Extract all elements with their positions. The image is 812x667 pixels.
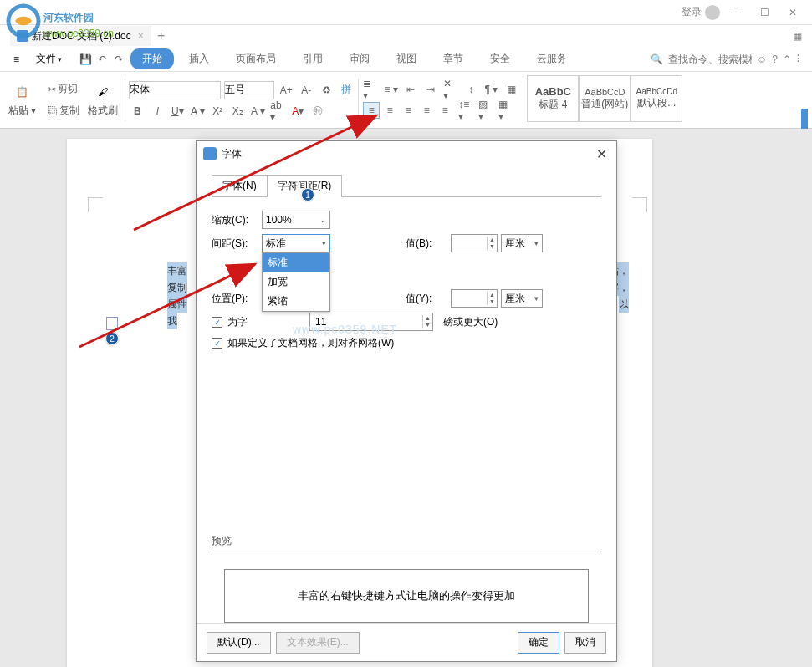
highlight-icon[interactable]: ab ▾ [269, 103, 286, 120]
default-button[interactable]: 默认(D)... [207, 632, 271, 654]
tab-close-icon[interactable]: × [138, 30, 144, 42]
font-dialog: 字体 ✕ 字体(N) 字符间距(R) 缩放(C): 100% ⌄ 间距(S): … [196, 140, 617, 662]
kerning-suffix: 磅或更大(O) [443, 315, 498, 329]
text-line: 复制 [167, 279, 187, 296]
style-default-para[interactable]: AaBbCcDd 默认段... [631, 75, 682, 122]
position-value-input[interactable]: ▲▼ [451, 289, 498, 308]
document-tab[interactable]: 新建DOC 文档 (2).doc × [10, 26, 151, 46]
file-menu[interactable]: 文件 ▾ [29, 50, 69, 68]
hamburger-icon[interactable]: ≡ [7, 52, 26, 67]
subscript-icon[interactable]: X₂ [229, 103, 246, 120]
decrease-indent-icon[interactable]: ⇤ [402, 81, 419, 98]
login-area[interactable]: 登录 — ☐ ✕ [682, 1, 805, 24]
tab-insert[interactable]: 插入 [177, 48, 221, 69]
align-justify-icon[interactable]: ≡ [418, 102, 435, 119]
collapse-ribbon-icon[interactable]: ⌃ [783, 53, 791, 65]
line-spacing-icon[interactable]: ↕≡ ▾ [457, 102, 474, 119]
paste-icon[interactable]: 📋 [13, 82, 33, 102]
underline-icon[interactable]: U ▾ [169, 103, 186, 120]
ok-button[interactable]: 确定 [518, 632, 559, 654]
kerning-checkbox[interactable]: ✓ [212, 317, 222, 328]
minimize-icon[interactable]: — [723, 1, 748, 24]
bold-icon[interactable]: B [129, 103, 146, 120]
shrink-font-icon[interactable]: A- [298, 82, 314, 99]
clear-format-icon[interactable]: ♻ [318, 82, 335, 99]
dialog-close-button[interactable]: ✕ [593, 145, 610, 162]
tab-chapter[interactable]: 章节 [432, 48, 475, 69]
italic-icon[interactable]: I [149, 103, 166, 120]
ribbon: 📋 粘贴 ▾ ✂ 剪切 ⿻ 复制 🖌 格式刷 A+ A- ♻ 拼 B I U ▾… [0, 72, 812, 129]
grow-font-icon[interactable]: A+ [278, 82, 294, 99]
style-normal-web[interactable]: AaBbCcD 普通(网站) [579, 75, 631, 122]
copy-button[interactable]: ⿻ 复制 [44, 102, 83, 120]
scissors-icon: ✂ [48, 84, 56, 95]
grid-align-label: 如果定义了文档网格，则对齐网格(W) [227, 336, 394, 350]
tab-add-button[interactable]: + [151, 28, 171, 43]
text-effect-button: 文本效果(E)... [276, 632, 360, 654]
tab-references[interactable]: 引用 [291, 48, 335, 69]
position-unit-combo[interactable]: 厘米▾ [501, 289, 543, 308]
position-label: 位置(P): [212, 292, 262, 306]
cut-button[interactable]: ✂ 剪切 [44, 80, 83, 99]
style-heading4[interactable]: AaBbC 标题 4 [527, 75, 579, 122]
superscript-icon[interactable]: X² [209, 103, 226, 120]
tab-cloud[interactable]: 云服务 [525, 48, 579, 69]
format-painter-group[interactable]: 🖌 格式刷 [84, 75, 121, 125]
scale-combo[interactable]: 100% ⌄ [262, 211, 330, 229]
strikethrough-icon[interactable]: A̵ ▾ [189, 103, 206, 120]
help-icon[interactable]: ? [772, 53, 778, 65]
show-marks-icon[interactable]: ¶ ▾ [483, 81, 499, 98]
enclose-char-icon[interactable]: ㊕ [309, 103, 326, 120]
align-distribute-icon[interactable]: ≡ [437, 102, 453, 119]
font-color-icon[interactable]: A ▾ [289, 103, 306, 120]
cancel-button[interactable]: 取消 [564, 632, 606, 654]
tab-review[interactable]: 审阅 [338, 48, 381, 69]
align-center-icon[interactable]: ≡ [381, 102, 398, 119]
increase-indent-icon[interactable]: ⇥ [422, 81, 439, 98]
tab-start[interactable]: 开始 [130, 48, 174, 69]
tab-view[interactable]: 视图 [385, 48, 428, 69]
table-tool-icon[interactable]: ▦ [503, 81, 519, 98]
spacing-unit-combo[interactable]: 厘米▾ [501, 234, 543, 252]
position-value-label: 值(Y): [406, 292, 447, 306]
text-effects-icon[interactable]: A ▾ [249, 103, 266, 120]
search-input[interactable] [668, 53, 752, 65]
text-direction-icon[interactable]: ✕ ▾ [442, 81, 459, 98]
borders-icon[interactable]: ▦ ▾ [498, 102, 514, 119]
redo-icon[interactable]: ↷ [110, 51, 127, 68]
thumbnail-icon[interactable]: ▦ [789, 28, 805, 44]
search-area[interactable]: 🔍 ☺ ? ⌃ ⠇ [651, 53, 812, 65]
shading-icon[interactable]: ▨ ▾ [477, 102, 494, 119]
spacing-value-input[interactable]: ▲▼ [451, 234, 498, 252]
spacing-combo[interactable]: 标准 ▾ [262, 234, 330, 252]
close-icon[interactable]: ✕ [780, 1, 805, 24]
dialog-tab-font[interactable]: 字体(N) [212, 175, 268, 197]
undo-icon[interactable]: ↶ [94, 51, 110, 68]
document-tab-row: 新建DOC 文档 (2).doc × + ▦ [0, 25, 812, 47]
smile-icon[interactable]: ☺ [757, 53, 767, 65]
font-size-select[interactable] [224, 81, 274, 99]
bullet-list-icon[interactable]: ≣ ▾ [362, 81, 379, 98]
spacing-label: 间距(S): [212, 237, 262, 251]
title-bar: 登录 — ☐ ✕ [0, 0, 812, 25]
text-line: 我 [167, 313, 177, 329]
dropdown-option-expanded[interactable]: 加宽 [263, 272, 329, 292]
font-name-select[interactable] [129, 81, 221, 99]
numbered-list-icon[interactable]: ≡ ▾ [382, 81, 399, 98]
tab-page-layout[interactable]: 页面布局 [224, 48, 288, 69]
align-right-icon[interactable]: ≡ [400, 102, 416, 119]
doc-mini-icon [106, 317, 118, 330]
dropdown-option-condensed[interactable]: 紧缩 [263, 292, 329, 311]
align-left-icon[interactable]: ≡ [363, 102, 380, 119]
save-icon[interactable]: 💾 [77, 51, 94, 68]
dialog-title: 字体 [222, 147, 242, 161]
sort-icon[interactable]: ↕ [462, 81, 479, 98]
pinyin-icon[interactable]: 拼 [338, 82, 355, 99]
grid-align-checkbox[interactable]: ✓ [212, 338, 222, 349]
maximize-icon[interactable]: ☐ [752, 1, 777, 24]
more-icon[interactable]: ⠇ [796, 53, 804, 65]
text-line: 丰富 [167, 262, 187, 279]
chevron-down-icon: ⌄ [319, 216, 326, 224]
dropdown-option-standard[interactable]: 标准 [263, 253, 329, 272]
tab-security[interactable]: 安全 [478, 48, 522, 69]
